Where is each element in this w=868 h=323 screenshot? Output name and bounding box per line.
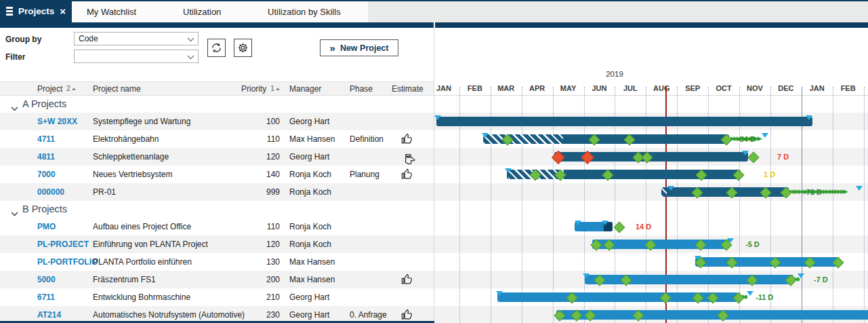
group-label: B Projects (22, 201, 67, 218)
panel-split-gap (434, 22, 435, 28)
month-label: DEC (770, 81, 802, 95)
tab-projects[interactable]: Projects × (0, 0, 72, 22)
refresh-button[interactable] (207, 39, 226, 57)
project-manager: Ronja Koch (289, 218, 331, 235)
project-manager: Max Hansen (289, 253, 335, 271)
column-header-manager[interactable]: Manager (289, 82, 321, 95)
table-row[interactable]: PL-PORTFOLIOPLANTA Portfolio einführen13… (0, 253, 434, 271)
project-code-link[interactable]: PL-PROJECT (37, 235, 89, 253)
gantt-bar-pl-portfolio[interactable] (695, 257, 839, 267)
table-header: Project2Project namePriority1ManagerPhas… (0, 81, 434, 96)
column-header-project[interactable]: Project2 (37, 82, 76, 95)
project-name: Schleppkettenanlage (93, 148, 169, 166)
column-header-label: Estimate (392, 84, 423, 94)
delay-label: 7 D (777, 148, 789, 166)
group-row[interactable]: B Projects (0, 201, 434, 218)
estimate-cell[interactable] (393, 130, 420, 148)
project-code-link[interactable]: 4811 (37, 148, 55, 166)
column-header-project-name[interactable]: Project name (93, 82, 141, 95)
date-marker-triangle-icon (762, 133, 768, 138)
project-code-link[interactable]: S+W 20XX (37, 113, 77, 130)
group-by-select[interactable]: Code (74, 32, 199, 45)
column-header-priority[interactable]: Priority1 (241, 82, 280, 95)
table-row[interactable]: 6711Entwicklung Bohrmaschine210Georg Har… (0, 288, 434, 306)
close-tab-icon[interactable]: × (60, 6, 66, 16)
gantt-row: 1 D (434, 166, 868, 183)
group-by-value: Code (79, 34, 98, 43)
gantt-bar-5000[interactable] (585, 275, 793, 284)
sort-asc-icon (276, 88, 280, 90)
project-code-link[interactable]: 7000 (37, 166, 56, 183)
project-priority: 210 (239, 288, 280, 306)
date-marker-triangle-icon (667, 186, 674, 191)
date-marker-triangle-icon (798, 273, 804, 278)
project-name: Neues Vertriebsystem (93, 166, 172, 183)
gantt-row: ▶▶▶▶▶▶▶▶▶▶▶▶▶▶▶▶▶▶▶-71 D (434, 183, 868, 201)
project-priority: 120 (239, 235, 280, 253)
column-header-label: Project (37, 84, 62, 94)
project-manager: Max Hansen (289, 271, 335, 288)
planta-project-window: Projects × My WatchlistUtilizationUtiliz… (0, 0, 868, 323)
thumbs-sideways-icon (398, 154, 415, 166)
table-row[interactable]: 4711Elektrohängebahn110Max HansenDefinit… (0, 130, 434, 148)
project-code-link[interactable]: PL-PORTFOLIO (37, 253, 98, 271)
project-priority: 200 (239, 271, 280, 288)
project-code-link[interactable]: 4711 (37, 130, 55, 148)
month-label: MAR (491, 81, 522, 95)
project-manager: Georg Hart (289, 148, 329, 166)
column-header-estimate[interactable]: Estimate (392, 82, 423, 95)
tab-my-watchlist[interactable]: My Watchlist (87, 1, 136, 22)
column-header-label: Priority (241, 84, 266, 94)
project-name: Fräszentrum FS1 (93, 271, 156, 288)
project-name: Systempflege und Wartung (93, 113, 190, 130)
gantt-bar-at214[interactable] (556, 310, 868, 320)
project-manager: Ronja Koch (289, 166, 331, 183)
gantt-group-row (434, 96, 868, 113)
table-row[interactable]: 7000Neues Vertriebsystem140Ronja KochPla… (0, 166, 434, 183)
settings-button[interactable] (234, 39, 252, 57)
project-name: PLANTA Portfolio einführen (93, 253, 192, 271)
project-priority: 999 (239, 183, 280, 201)
group-row[interactable]: A Projects (0, 96, 434, 113)
date-marker-triangle-icon (806, 115, 812, 120)
estimate-cell[interactable] (393, 148, 420, 166)
estimate-cell[interactable] (393, 271, 420, 288)
month-label: FEB (833, 81, 864, 95)
project-name: Entwicklung Bohrmaschine (93, 288, 190, 306)
milestone-diamond-green[interactable] (748, 152, 760, 164)
month-label: AUG (646, 81, 677, 95)
project-code-link[interactable]: 000000 (37, 183, 64, 201)
date-marker-triangle-icon (747, 291, 753, 296)
table-row[interactable]: PL-PROJECTEinführung von PLANTA Project1… (0, 235, 434, 253)
column-header-label: Phase (350, 84, 373, 94)
date-marker-triangle-icon (856, 186, 863, 191)
date-marker-triangle-icon (505, 168, 512, 173)
month-label: OCT (708, 81, 739, 95)
month-label: FEB (459, 81, 491, 95)
date-marker-triangle-icon (742, 151, 749, 155)
project-code-link[interactable]: 6711 (37, 288, 55, 306)
menu-icon[interactable] (6, 7, 13, 16)
project-table: A ProjectsS+W 20XXSystempflege und Wartu… (0, 96, 434, 323)
gantt-panel: 2019 JANFEBMARAPRMAYJUNJULAUGSEPOCTNOVDE… (434, 28, 868, 323)
column-header-label: Project name (93, 84, 141, 94)
tab-utilization[interactable]: Utilization (183, 1, 221, 22)
gantt-bar-s-w-20xx[interactable] (436, 117, 812, 126)
table-row[interactable]: 000000PR-01999Ronja Koch (0, 183, 434, 201)
project-code-link[interactable]: PMO (37, 218, 56, 235)
filter-select[interactable] (74, 50, 199, 63)
table-row[interactable]: 4811Schleppkettenanlage120Georg Hart (0, 148, 434, 166)
tab-utilization-by-skills[interactable]: Utilization by Skills (268, 1, 341, 22)
estimate-cell[interactable] (393, 166, 420, 183)
milestone-diamond-green[interactable] (614, 222, 625, 233)
table-row[interactable]: 5000Fräszentrum FS1200Max Hansen (0, 271, 434, 288)
group-by-label: Group by (5, 35, 41, 44)
project-priority: 120 (239, 148, 280, 166)
project-code-link[interactable]: 5000 (37, 271, 56, 288)
table-row[interactable]: PMOAufbau eines Project Office110Ronja K… (0, 218, 434, 235)
gantt-row: ▶▶▶▶-7 D (434, 271, 868, 288)
project-priority: 110 (239, 218, 280, 235)
column-header-phase[interactable]: Phase (350, 82, 373, 95)
new-project-button[interactable]: » New Project (320, 39, 398, 56)
table-row[interactable]: S+W 20XXSystempflege und Wartung100Georg… (0, 113, 434, 130)
